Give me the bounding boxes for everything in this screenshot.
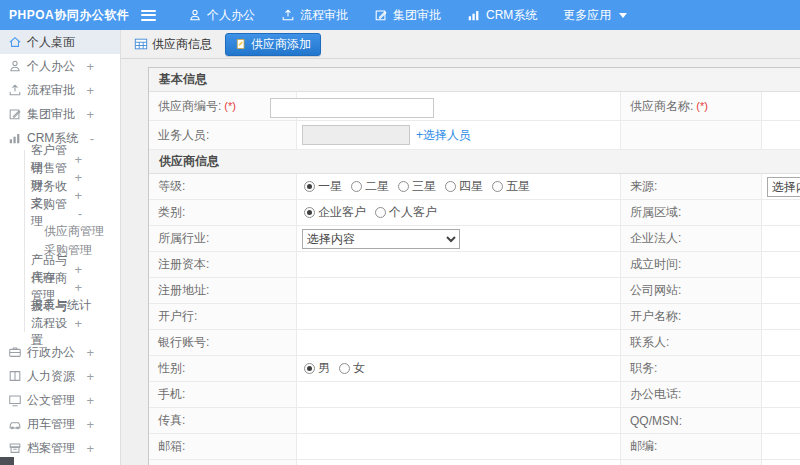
level-option-4[interactable]: 五星: [492, 178, 530, 195]
sidebar-item-purchase-mgmt[interactable]: 采购管理-: [0, 204, 120, 222]
industry-select[interactable]: 选择内容: [302, 229, 460, 249]
source-select[interactable]: 选择内容: [767, 177, 800, 197]
level-option-0[interactable]: 一星: [304, 178, 342, 195]
field-label-text: 注册地址:: [158, 282, 209, 299]
sidebar-item-label: 个人桌面: [27, 34, 75, 51]
car-icon: [8, 417, 22, 431]
field-label-text: 注册资本:: [158, 256, 209, 273]
expand-toggle[interactable]: +: [86, 442, 94, 455]
partial-icon: [0, 457, 14, 465]
radio-icon: [339, 363, 350, 374]
form-row: 类别:企业客户个人客户所属区域:: [149, 200, 800, 226]
nav-label: 个人办公: [207, 7, 255, 24]
field-company-website: [762, 278, 800, 303]
nav-crm-system[interactable]: CRM系统: [454, 0, 550, 30]
business-person-link[interactable]: +选择人员: [416, 127, 471, 144]
level-option-3[interactable]: 四星: [445, 178, 483, 195]
sidebar-item-agent-mgmt[interactable]: 代理商管理+: [0, 278, 120, 296]
field-industry: 选择内容: [297, 226, 621, 251]
gender-option-0[interactable]: 男: [304, 360, 330, 377]
field-label-text: 所属行业:: [158, 230, 209, 247]
gender-option-1[interactable]: 女: [339, 360, 365, 377]
expand-toggle[interactable]: +: [74, 153, 82, 166]
category-option-1[interactable]: 个人客户: [375, 204, 437, 221]
field-contact-person: [762, 330, 800, 355]
sidebar-item-group-approval[interactable]: 集团审批+: [0, 102, 120, 126]
sidebar-item-supplier-mgmt[interactable]: 供应商管理: [0, 222, 120, 241]
expand-toggle[interactable]: +: [86, 60, 94, 73]
expand-toggle[interactable]: +: [74, 317, 82, 330]
label-category: 类别:: [149, 200, 297, 225]
sidebar-item-vehicle-mgmt[interactable]: 用车管理+: [0, 412, 120, 436]
form-row: 业务人员:+选择人员: [149, 121, 800, 150]
field-legal-person: [762, 226, 800, 251]
form-row: 性别:男女职务:: [149, 356, 800, 382]
radio-label: 男: [318, 360, 330, 377]
radio-label: 四星: [459, 178, 483, 195]
field-label-text: QQ/MSN:: [630, 414, 682, 428]
sidebar-item-form-flow-settings[interactable]: 表单与流程设置+: [0, 314, 120, 332]
sidebar-item-admin-office[interactable]: 行政办公+: [0, 340, 120, 364]
flow-icon: [8, 83, 22, 97]
sidebar: 个人桌面个人办公+流程审批+集团审批+CRM系统-客户管理+销售管理+财务收支+…: [0, 30, 121, 465]
expand-toggle[interactable]: +: [86, 84, 94, 97]
sidebar-item-human-resources[interactable]: 人力资源+: [0, 364, 120, 388]
label-empty: [621, 121, 762, 149]
field-label-text: 手机:: [158, 386, 185, 403]
field-fax: [297, 408, 621, 433]
level-option-2[interactable]: 三星: [398, 178, 436, 195]
nav-personal-office[interactable]: 个人办公: [175, 0, 268, 30]
sidebar-item-document-mgmt[interactable]: 公文管理+: [0, 388, 120, 412]
nav-group-approval[interactable]: 集团审批: [361, 0, 454, 30]
label-account-name: 开户名称:: [621, 304, 762, 329]
doc-icon: [8, 393, 22, 407]
field-bank-branch: [297, 304, 621, 329]
expand-toggle[interactable]: +: [86, 108, 94, 121]
nav-workflow-approval[interactable]: 流程审批: [268, 0, 361, 30]
field-source: 选择内容: [762, 174, 800, 199]
sidebar-item-workflow-approval[interactable]: 流程审批+: [0, 78, 120, 102]
nav-label: 更多应用: [563, 7, 611, 24]
expand-toggle[interactable]: +: [74, 281, 82, 294]
user-icon: [188, 8, 202, 22]
sidebar-item-label: 人力资源: [27, 368, 75, 385]
radio-icon: [304, 207, 315, 218]
expand-toggle[interactable]: +: [86, 394, 94, 407]
sidebar-item-personal-desktop[interactable]: 个人桌面: [0, 30, 120, 54]
address-input[interactable]: [270, 98, 434, 118]
radio-label: 二星: [365, 178, 389, 195]
sidebar-item-label: 用车管理: [27, 416, 75, 433]
level-option-1[interactable]: 二星: [351, 178, 389, 195]
menu-toggle-icon[interactable]: [141, 7, 161, 23]
field-label-text: 邮箱:: [158, 438, 185, 455]
section-title-basic: 基本信息: [149, 68, 800, 92]
edit-icon: [8, 107, 22, 121]
main-content: 供应商信息供应商添加 基本信息供应商编号:(*)供应商名称:(*)业务人员:+选…: [121, 30, 800, 465]
label-mobile: 手机:: [149, 382, 297, 407]
tab-label: 供应商添加: [251, 36, 311, 53]
tab-supplier-info[interactable]: 供应商信息: [128, 34, 218, 55]
sidebar-item-archive-mgmt[interactable]: 档案管理+: [0, 436, 120, 460]
chart-icon: [467, 8, 481, 22]
category-option-0[interactable]: 企业客户: [304, 204, 366, 221]
expand-toggle[interactable]: +: [74, 263, 82, 276]
field-label-text: 性别:: [158, 360, 185, 377]
expand-toggle[interactable]: +: [86, 346, 94, 359]
expand-toggle[interactable]: -: [90, 132, 94, 145]
expand-toggle[interactable]: +: [74, 171, 82, 184]
tab-supplier-add[interactable]: 供应商添加: [225, 33, 321, 56]
expand-toggle[interactable]: +: [86, 418, 94, 431]
field-supplier-name: [762, 92, 800, 120]
sidebar-item-personal-office[interactable]: 个人办公+: [0, 54, 120, 78]
expand-toggle[interactable]: +: [86, 370, 94, 383]
business-person-input[interactable]: [302, 125, 410, 145]
field-label-text: 职务:: [630, 360, 657, 377]
label-registered-address: 注册地址:: [149, 278, 297, 303]
expand-toggle[interactable]: -: [78, 207, 82, 220]
radio-label: 三星: [412, 178, 436, 195]
field-label-text: 邮编:: [630, 438, 657, 455]
radio-icon: [398, 181, 409, 192]
field-label-text: 等级:: [158, 178, 185, 195]
nav-more-apps[interactable]: 更多应用: [550, 0, 640, 30]
sidebar-item-label: 行政办公: [27, 344, 75, 361]
